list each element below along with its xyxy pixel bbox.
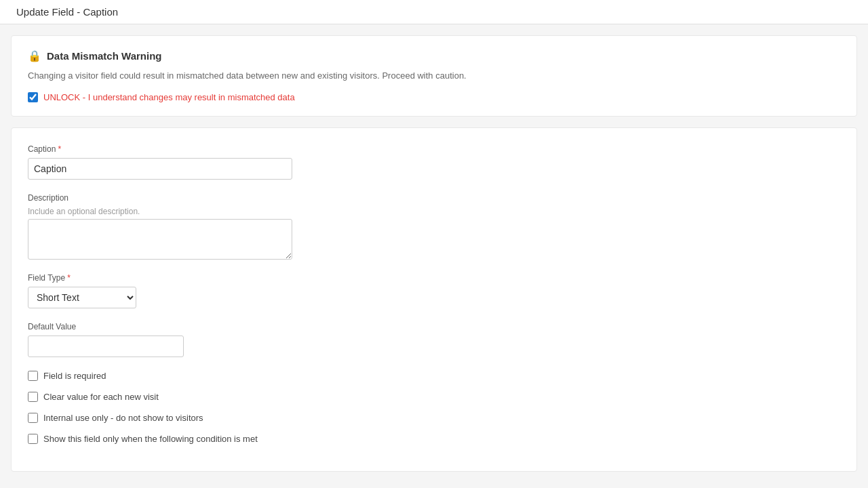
caption-group: Caption * bbox=[28, 144, 840, 180]
description-group: Description Include an optional descript… bbox=[28, 193, 840, 260]
description-hint: Include an optional description. bbox=[28, 207, 840, 216]
field-type-label: Field Type * bbox=[28, 273, 840, 283]
warning-header: 🔒 Data Mismatch Warning bbox=[28, 49, 840, 62]
clear-value-checkbox[interactable] bbox=[28, 392, 38, 402]
default-value-label: Default Value bbox=[28, 322, 840, 331]
show-condition-label[interactable]: Show this field only when the following … bbox=[43, 434, 258, 444]
unlock-row: UNLOCK - I understand changes may result… bbox=[28, 92, 840, 102]
warning-description: Changing a visitor field could result in… bbox=[28, 69, 840, 83]
field-type-group: Field Type * Short Text Long Text Number… bbox=[28, 273, 840, 308]
internal-only-label[interactable]: Internal use only - do not show to visit… bbox=[43, 413, 203, 423]
warning-title: Data Mismatch Warning bbox=[47, 50, 161, 62]
unlock-checkbox[interactable] bbox=[28, 92, 38, 102]
field-required-label[interactable]: Field is required bbox=[43, 371, 106, 381]
checkbox-internal-row: Internal use only - do not show to visit… bbox=[28, 413, 840, 423]
page-header: Update Field - Caption bbox=[0, 0, 868, 24]
clear-value-label[interactable]: Clear value for each new visit bbox=[43, 392, 159, 402]
lock-icon: 🔒 bbox=[28, 49, 41, 62]
caption-required-star: * bbox=[58, 144, 61, 154]
checkbox-required-row: Field is required bbox=[28, 371, 840, 381]
default-value-group: Default Value bbox=[28, 322, 840, 357]
description-label: Description bbox=[28, 193, 840, 203]
warning-section: 🔒 Data Mismatch Warning Changing a visit… bbox=[11, 35, 857, 117]
default-value-input[interactable] bbox=[28, 336, 184, 357]
description-input[interactable] bbox=[28, 219, 292, 260]
unlock-label[interactable]: UNLOCK - I understand changes may result… bbox=[43, 92, 295, 102]
internal-only-checkbox[interactable] bbox=[28, 413, 38, 423]
caption-label: Caption * bbox=[28, 144, 840, 154]
show-condition-checkbox[interactable] bbox=[28, 434, 38, 444]
field-type-select[interactable]: Short Text Long Text Number Date Email P… bbox=[28, 287, 136, 308]
checkbox-clear-row: Clear value for each new visit bbox=[28, 392, 840, 402]
field-type-required-star: * bbox=[67, 273, 71, 283]
field-required-checkbox[interactable] bbox=[28, 371, 38, 381]
caption-input[interactable] bbox=[28, 158, 292, 180]
form-section: Caption * Description Include an optiona… bbox=[11, 127, 857, 472]
checkbox-condition-row: Show this field only when the following … bbox=[28, 434, 840, 444]
page-title: Update Field - Caption bbox=[16, 6, 118, 18]
